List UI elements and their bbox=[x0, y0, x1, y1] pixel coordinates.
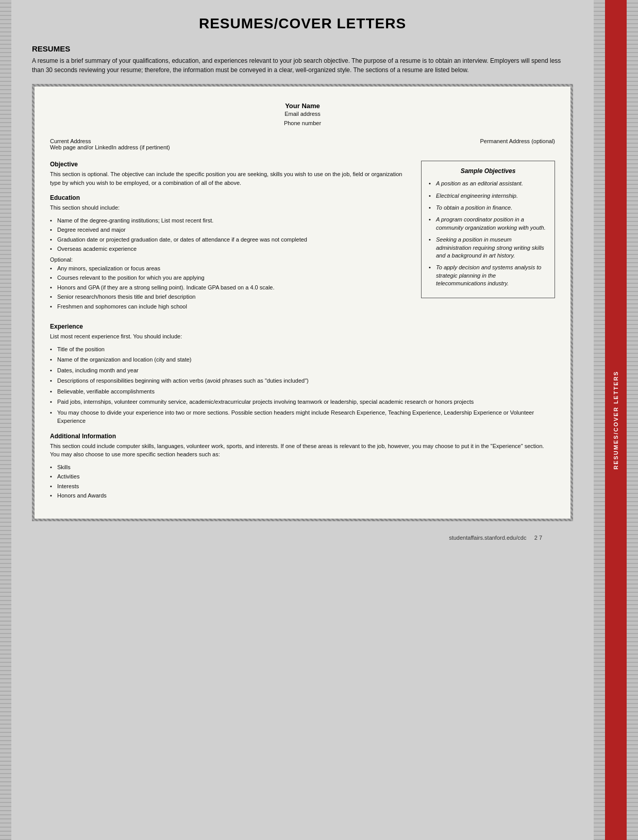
left-pattern bbox=[0, 0, 11, 840]
permanent-address-label: Permanent Address (optional) bbox=[480, 138, 555, 150]
additional-info-section: Additional Information This section coul… bbox=[50, 433, 555, 500]
exp-bullet-7: You may choose to divide your experience… bbox=[50, 408, 555, 425]
sidebar-label: RESUMES/COVER LETTERS bbox=[613, 371, 619, 470]
education-section: Education This section should include: N… bbox=[50, 194, 413, 311]
experience-intro: List most recent experience first. You s… bbox=[50, 332, 555, 341]
objective-title: Objective bbox=[50, 161, 413, 168]
objective-text: This section is optional. The objective … bbox=[50, 170, 413, 187]
sample-obj-6: To apply decision and systems analysis t… bbox=[429, 264, 547, 287]
exp-bullet-3: Dates, including month and year bbox=[50, 366, 555, 375]
sample-obj-1: A position as an editorial assistant. bbox=[429, 180, 547, 187]
edu-bullet-1: Name of the degree-granting institutions… bbox=[50, 216, 413, 225]
resumes-intro: A resume is a brief summary of your qual… bbox=[32, 56, 573, 75]
edu-bullet-3: Graduation date or projected graduation … bbox=[50, 235, 413, 244]
sample-obj-4: A program coordinator position in a comm… bbox=[429, 216, 547, 232]
optional-label: Optional: bbox=[50, 256, 413, 263]
additional-info-title: Additional Information bbox=[50, 433, 555, 440]
sample-obj-2: Electrical engineering internship. bbox=[429, 192, 547, 200]
add-bullet-3: Interests bbox=[50, 482, 555, 491]
resume-address-row: Current Address Web page and/or LinkedIn… bbox=[50, 138, 555, 152]
opt-bullet-2: Courses relevant to the position for whi… bbox=[50, 273, 413, 282]
web-address-label: Web page and/or LinkedIn address (if per… bbox=[50, 144, 170, 150]
resume-header: Your Name Email address Phone number bbox=[50, 102, 555, 128]
sample-obj-5: Seeking a position in museum administrat… bbox=[429, 236, 547, 260]
opt-bullet-1: Any minors, specialization or focus area… bbox=[50, 264, 413, 273]
exp-bullet-4: Descriptions of responsibilities beginni… bbox=[50, 376, 555, 385]
add-bullet-1: Skills bbox=[50, 463, 555, 472]
sidebar-right: RESUMES/COVER LETTERS bbox=[605, 0, 627, 840]
resume-name: Your Name bbox=[50, 102, 555, 110]
add-bullet-2: Activities bbox=[50, 472, 555, 481]
exp-bullet-6: Paid jobs, internships, volunteer commun… bbox=[50, 398, 555, 406]
education-title: Education bbox=[50, 194, 413, 201]
sample-obj-3: To obtain a position in finance. bbox=[429, 204, 547, 212]
education-required-list: Name of the degree-granting institutions… bbox=[50, 216, 413, 253]
resume-template-box: Your Name Email address Phone number Cur… bbox=[32, 84, 573, 521]
resume-email: Email address bbox=[50, 110, 555, 119]
right-pattern-far bbox=[627, 0, 638, 840]
opt-bullet-3: Honors and GPA (if they are a strong sel… bbox=[50, 283, 413, 292]
exp-bullet-2: Name of the organization and location (c… bbox=[50, 355, 555, 364]
experience-list: Title of the position Name of the organi… bbox=[50, 345, 555, 425]
footer-page: 2 7 bbox=[534, 535, 542, 541]
additional-info-list: Skills Activities Interests Honors and A… bbox=[50, 463, 555, 500]
add-bullet-4: Honors and Awards bbox=[50, 491, 555, 500]
opt-bullet-5: Freshmen and sophomores can include high… bbox=[50, 302, 413, 311]
right-pattern-outer bbox=[594, 0, 605, 840]
exp-bullet-1: Title of the position bbox=[50, 345, 555, 354]
objective-section: Objective This section is optional. The … bbox=[50, 161, 413, 187]
footer: studentaffairs.stanford.edu/cdc 2 7 bbox=[32, 532, 573, 544]
edu-bullet-2: Degree received and major bbox=[50, 226, 413, 234]
education-intro: This section should include: bbox=[50, 203, 413, 212]
current-address-label: Current Address bbox=[50, 138, 170, 144]
resume-phone: Phone number bbox=[50, 119, 555, 128]
opt-bullet-4: Senior research/honors thesis title and … bbox=[50, 293, 413, 301]
edu-bullet-4: Overseas academic experience bbox=[50, 245, 413, 253]
sample-objectives-title: Sample Objectives bbox=[429, 167, 547, 175]
resumes-heading: RESUMES bbox=[32, 44, 573, 53]
sample-objectives-box: Sample Objectives A position as an edito… bbox=[421, 161, 555, 298]
experience-title: Experience bbox=[50, 323, 555, 330]
additional-info-text: This section could include computer skil… bbox=[50, 442, 555, 459]
education-optional-list: Any minors, specialization or focus area… bbox=[50, 264, 413, 311]
page-title: RESUMES/COVER LETTERS bbox=[32, 15, 573, 32]
footer-url: studentaffairs.stanford.edu/cdc bbox=[449, 535, 526, 541]
exp-bullet-5: Believable, verifiable accomplishments bbox=[50, 387, 555, 396]
sample-objectives-list: A position as an editorial assistant. El… bbox=[429, 180, 547, 287]
experience-section: Experience List most recent experience f… bbox=[50, 323, 555, 425]
